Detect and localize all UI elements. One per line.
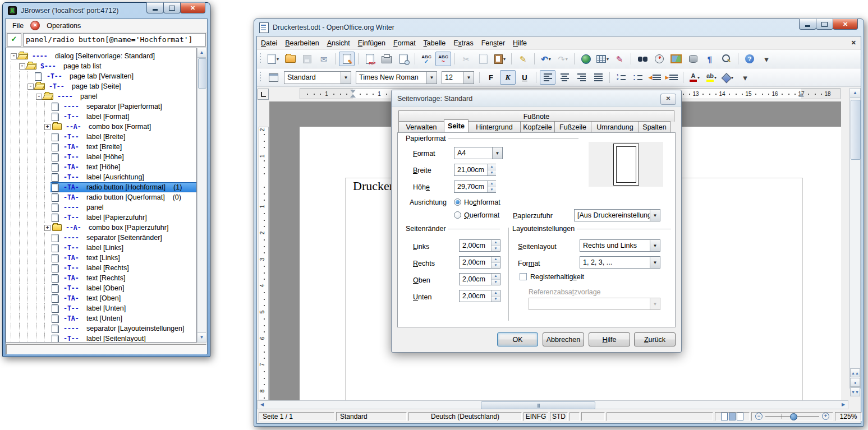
data-sources-button[interactable]	[685, 52, 701, 66]
tree-row[interactable]: ----separator [Layouteinstellungen]	[6, 323, 196, 334]
font-size-combobox[interactable]: 12▼	[442, 71, 474, 84]
chevron-down-icon[interactable]: ▾	[503, 57, 506, 62]
tree-row[interactable]: -S---page tab list	[6, 61, 196, 71]
chevron-down-icon[interactable]: ▾	[714, 75, 717, 80]
chevron-down-icon[interactable]: ▾	[549, 57, 551, 62]
collapse-icon[interactable]: -	[19, 63, 25, 70]
tree-row[interactable]: -T--label [Oben]	[6, 283, 196, 293]
ok-button[interactable]: OK	[497, 332, 538, 346]
margin-top-spinner[interactable]: 2,00cm▲▼	[459, 273, 500, 285]
dialog-titlebar[interactable]: Seitenvorlage: Standard	[392, 90, 681, 107]
spinner-arrows-icon[interactable]: ▲▼	[487, 181, 496, 192]
menu-format[interactable]: Format	[389, 38, 420, 48]
tree-row[interactable]: -TA-text [Oben]	[6, 293, 196, 303]
tree-row[interactable]: -TA-text [Breite]	[6, 142, 196, 152]
vertical-ruler[interactable]: 2112345678	[259, 127, 269, 400]
undo-button[interactable]: ↶▾	[538, 52, 554, 66]
breite-spinner[interactable]: 21,00cm ▲▼	[454, 164, 496, 176]
hoehe-spinner[interactable]: 29,70cm ▲▼	[454, 181, 496, 193]
chevron-down-icon[interactable]: ▼	[650, 257, 660, 268]
tab-hintergrund[interactable]: Hintergrund	[468, 121, 521, 132]
next-page-icon[interactable]: ▼▼	[850, 387, 860, 396]
align-right-button[interactable]	[573, 70, 589, 85]
tree-row[interactable]: ----panel	[6, 202, 196, 212]
underline-button[interactable]: U	[517, 70, 532, 85]
zoom-slider-track[interactable]	[765, 413, 819, 420]
tree-row[interactable]: -T--label [Rechts]	[6, 263, 196, 273]
querformat-radio[interactable]	[454, 211, 461, 219]
expand-icon[interactable]: +	[44, 225, 50, 231]
zoom-in-icon[interactable]: +	[822, 413, 829, 420]
tree-row[interactable]: -TA-text [Unten]	[6, 313, 196, 323]
tab-umrandung[interactable]: Umrandung	[591, 121, 639, 132]
tree-row[interactable]: -T--label [Seitenlayout]	[6, 334, 196, 343]
registerhaltigkeit-label[interactable]: Registerhaltigkeit	[530, 273, 584, 281]
tree-row[interactable]: -T--label [Ausrichtung]	[6, 172, 196, 182]
menu-datei[interactable]: Datei	[257, 38, 281, 48]
tree-row[interactable]: +--A-combo box [Papierzufuhr]	[6, 223, 196, 233]
status-insert-mode[interactable]: EINFG	[523, 412, 548, 421]
tree-row[interactable]: -T--label [Breite]	[6, 132, 196, 142]
menu-tabelle[interactable]: Tabelle	[420, 38, 450, 48]
close-button[interactable]: ✕	[833, 19, 858, 30]
abbrechen-button[interactable]: Abbrechen	[543, 332, 584, 346]
scroll-down-icon[interactable]: ▼	[198, 332, 206, 342]
chevron-down-icon[interactable]: ▼	[650, 210, 660, 221]
numformat-combobox[interactable]: 1, 2, 3, ...▼	[580, 256, 660, 269]
hilfe-button[interactable]: Hilfe	[589, 332, 630, 346]
format-combobox[interactable]: A4▼	[454, 147, 503, 159]
maximize-button[interactable]	[163, 2, 181, 13]
menu-fenster[interactable]: Fenster	[477, 38, 509, 48]
status-page-style[interactable]: Standard	[336, 412, 407, 421]
numbered-list-button[interactable]: 12	[613, 70, 629, 85]
tree-row[interactable]: ----separator [Papierformat]	[6, 101, 196, 112]
scrollbar-thumb[interactable]	[851, 100, 861, 160]
querformat-label[interactable]: Querformat	[464, 211, 499, 219]
toolbar-grip[interactable]	[259, 72, 262, 83]
collapse-icon[interactable]: -	[11, 53, 17, 59]
status-section[interactable]	[607, 412, 713, 421]
status-selection-mode[interactable]: STD	[550, 412, 568, 421]
maximize-button[interactable]	[816, 19, 833, 30]
chevron-down-icon[interactable]: ▾	[566, 57, 568, 62]
highlighting-button[interactable]: ab▾	[704, 70, 719, 85]
export-pdf-button[interactable]: PDF	[362, 52, 378, 66]
status-language[interactable]: Deutsch (Deutschland)	[408, 412, 522, 421]
help-button[interactable]: ?	[742, 52, 757, 66]
chevron-down-icon[interactable]: ▼	[492, 147, 502, 159]
spellcheck-button[interactable]: ABC✓	[419, 52, 434, 66]
menu-hilfe[interactable]: Hilfe	[509, 38, 531, 48]
tree-row[interactable]: +--A-combo box [Format]	[6, 122, 196, 132]
open-button[interactable]	[282, 52, 298, 66]
writer-titlebar[interactable]: Druckertest.odt - OpenOffice.org Writer	[254, 19, 864, 36]
bullet-list-button[interactable]: ••	[630, 70, 646, 85]
minimize-button[interactable]	[146, 2, 164, 13]
registerhaltigkeit-checkbox[interactable]	[520, 273, 527, 280]
chevron-down-icon[interactable]: ▼	[426, 72, 437, 84]
seitenlayout-combobox[interactable]: Rechts und Links▼	[580, 239, 660, 252]
tab-fussnote[interactable]: Fußnote	[398, 110, 674, 122]
spinner-arrows-icon[interactable]: ▲▼	[487, 164, 496, 175]
margin-right-spinner[interactable]: 2,00cm▲▼	[459, 256, 500, 269]
font-color-button[interactable]: A▾	[687, 70, 702, 85]
justify-button[interactable]	[590, 70, 606, 85]
zoom-out-icon[interactable]: −	[755, 413, 763, 420]
vertical-scrollbar[interactable]: ▲ ▼	[849, 88, 861, 389]
collapse-icon[interactable]: -	[27, 84, 34, 90]
spinner-arrows-icon[interactable]: ▲▼	[491, 274, 500, 285]
bold-button[interactable]: F	[483, 70, 499, 85]
horizontal-scrollbar[interactable]: ◀ ▶	[257, 400, 848, 409]
toolbar-options-button[interactable]: ▾	[737, 70, 753, 85]
chevron-down-icon[interactable]: ▾	[277, 57, 279, 62]
tree-row[interactable]: -----panel	[6, 91, 196, 101]
menu-einfuegen[interactable]: Einfügen	[354, 38, 389, 48]
tab-seite[interactable]: Seite	[444, 119, 469, 132]
menu-operations[interactable]: Operations	[42, 21, 85, 31]
left-indent-marker[interactable]	[350, 90, 356, 93]
spinner-arrows-icon[interactable]: ▲▼	[491, 240, 500, 251]
paragraph-style-combobox[interactable]: Standard▼	[284, 71, 351, 84]
scroll-left-icon[interactable]: ◀	[258, 401, 267, 409]
book-view-icon[interactable]	[737, 413, 743, 420]
single-page-view-icon[interactable]	[721, 413, 728, 420]
scroll-up-icon[interactable]: ▲	[850, 89, 860, 98]
